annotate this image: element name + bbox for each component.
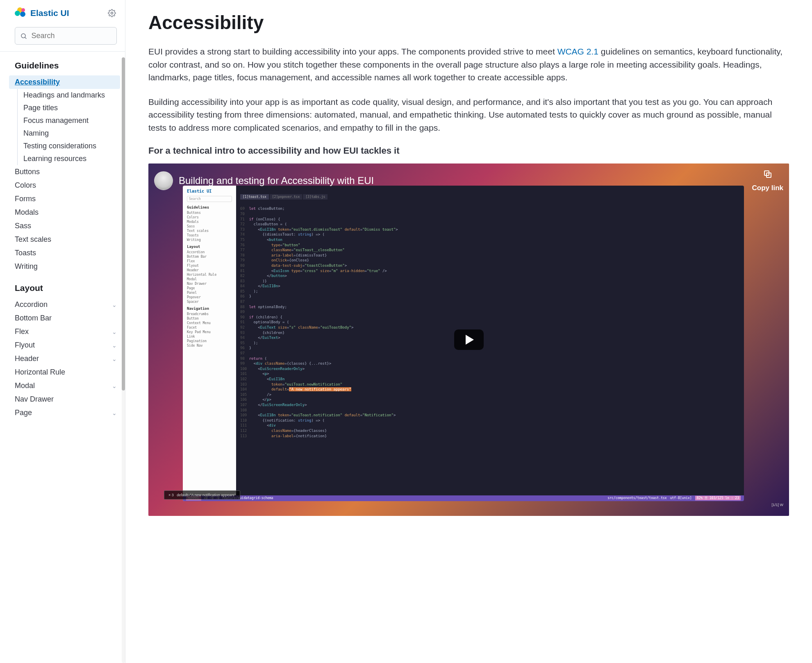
nav-item[interactable]: Horizontal Rule bbox=[15, 366, 117, 379]
video-intro-heading: For a technical intro to accessibility a… bbox=[148, 145, 789, 156]
nav-item[interactable]: Flex⌄ bbox=[15, 325, 117, 338]
video-overlay bbox=[148, 163, 789, 516]
nav-item[interactable]: Header⌄ bbox=[15, 352, 117, 366]
nav-item[interactable]: Modal⌄ bbox=[15, 379, 117, 393]
settings-button[interactable] bbox=[107, 8, 117, 18]
nav-item[interactable]: Accordion⌄ bbox=[15, 298, 117, 311]
intro-paragraph-1: EUI provides a strong start to building … bbox=[148, 45, 789, 84]
chevron-down-icon: ⌄ bbox=[112, 383, 117, 389]
chevron-down-icon: ⌄ bbox=[112, 410, 117, 416]
nav-item[interactable]: Page⌄ bbox=[15, 406, 117, 420]
nav-item[interactable]: Sass bbox=[15, 219, 117, 233]
elastic-logo-icon bbox=[15, 7, 26, 19]
chevron-down-icon: ⌄ bbox=[112, 356, 117, 362]
sidebar: Elastic UI Guidelines Accessibility Head… bbox=[0, 0, 125, 663]
scrollbar-thumb[interactable] bbox=[122, 57, 125, 391]
wcag-link[interactable]: WCAG 2.1 bbox=[557, 47, 598, 56]
nav-item[interactable]: Flyout⌄ bbox=[15, 338, 117, 352]
nav-subitem[interactable]: Testing considerations bbox=[23, 140, 117, 152]
nav-heading-layout: Layout bbox=[15, 283, 117, 293]
nav-item[interactable]: Colors bbox=[15, 179, 117, 192]
play-button[interactable] bbox=[454, 329, 484, 350]
intro-paragraph-2: Building accessibility into your app is … bbox=[148, 95, 789, 134]
sidebar-scrollbar[interactable] bbox=[122, 57, 125, 663]
nav-item[interactable]: Writing bbox=[15, 260, 117, 273]
search-container bbox=[0, 24, 125, 52]
page-title: Accessibility bbox=[148, 11, 789, 34]
nav-item[interactable]: Text scales bbox=[15, 233, 117, 246]
nav-heading-guidelines: Guidelines bbox=[15, 61, 117, 70]
chevron-down-icon: ⌄ bbox=[112, 342, 117, 349]
gear-icon bbox=[108, 9, 116, 17]
svg-point-1 bbox=[21, 34, 25, 38]
nav-subitem[interactable]: Headings and landmarks bbox=[23, 89, 117, 102]
nav-item[interactable]: Modals bbox=[15, 206, 117, 219]
svg-point-0 bbox=[111, 12, 113, 14]
nav-subitem[interactable]: Learning resources bbox=[23, 152, 117, 165]
nav-section-layout: Layout Accordion⌄Bottom BarFlex⌄Flyout⌄H… bbox=[0, 276, 125, 422]
nav-subitems: Headings and landmarksPage titlesFocus m… bbox=[17, 89, 117, 165]
search-input[interactable] bbox=[32, 32, 111, 40]
chevron-down-icon: ⌄ bbox=[112, 302, 117, 308]
nav-subitem[interactable]: Naming bbox=[23, 127, 117, 140]
nav-section-guidelines: Guidelines Accessibility Headings and la… bbox=[0, 53, 125, 276]
nav-item[interactable]: Bottom Bar bbox=[15, 311, 117, 325]
nav-item[interactable]: Nav Drawer bbox=[15, 393, 117, 406]
brand-logo[interactable]: Elastic UI bbox=[15, 7, 69, 19]
nav-item[interactable]: Toasts bbox=[15, 246, 117, 260]
svg-line-2 bbox=[25, 37, 26, 39]
sidebar-header: Elastic UI bbox=[0, 0, 125, 24]
brand-name: Elastic UI bbox=[30, 8, 69, 18]
search-icon bbox=[20, 32, 27, 40]
search-box[interactable] bbox=[15, 27, 117, 45]
nav-item[interactable]: Forms bbox=[15, 192, 117, 206]
chevron-down-icon: ⌄ bbox=[112, 329, 117, 335]
nav-subitem[interactable]: Focus management bbox=[23, 114, 117, 127]
main-content: Accessibility EUI provides a strong star… bbox=[125, 0, 812, 663]
video-embed[interactable]: Elastic UI Search Guidelines ButtonsColo… bbox=[148, 163, 789, 516]
nav-item-accessibility[interactable]: Accessibility bbox=[9, 75, 120, 89]
nav-item[interactable]: Buttons bbox=[15, 165, 117, 179]
nav-subitem[interactable]: Page titles bbox=[23, 102, 117, 114]
